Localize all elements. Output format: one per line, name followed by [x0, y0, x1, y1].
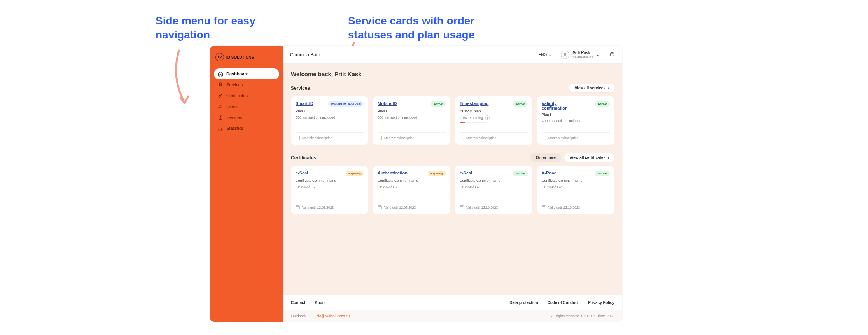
certificate-validity: Valid until 12.10.2023 — [548, 206, 580, 209]
calendar-icon — [542, 205, 546, 209]
certificate-title-link[interactable]: e-Seal — [460, 171, 472, 175]
app-window: SK ID SOLUTIONS DashboardServicesCertifi… — [210, 46, 622, 322]
certificate-id: ID: 2345/9678 — [296, 185, 364, 189]
user-menu[interactable]: Priit Kask Representative ⌄ — [558, 49, 603, 61]
certificate-title-link[interactable]: Authentication — [378, 171, 408, 175]
language-label: ENG — [539, 52, 547, 57]
certificate-title-link[interactable]: X-Road — [542, 171, 557, 175]
order-here-button[interactable]: Order here — [530, 153, 561, 162]
sidebar-item-label: Invoices — [226, 115, 242, 120]
certificate-id: ID: 2345/9678 — [460, 185, 528, 189]
certificate-common-name: Certificate Common name — [296, 179, 364, 183]
topbar: Common Bank ENG ⌄ Priit Kask Representat… — [283, 46, 622, 64]
progress-bar — [460, 122, 487, 123]
footer-conduct-link[interactable]: Code of Conduct — [548, 300, 579, 305]
sidebar-item-services[interactable]: Services — [214, 79, 279, 90]
certificate-common-name: Certificate Common name — [542, 179, 610, 183]
status-badge: Active — [431, 101, 446, 107]
user-name: Priit Kask — [572, 51, 593, 55]
sidebar-item-certificates[interactable]: Certificates — [214, 90, 279, 101]
calendar-icon — [460, 136, 464, 140]
footer-contact-link[interactable]: Contact — [291, 300, 305, 305]
feedback-email-link[interactable]: info@skidsolutions.eu — [316, 314, 350, 318]
certificates-section-head: Certificates Order here View all certifi… — [291, 153, 614, 162]
footer: Contact About Data protection Code of Co… — [283, 295, 622, 322]
org-name: Common Bank — [290, 52, 321, 58]
service-cards: Smart-IDWaiting for approvalPlan I550 tr… — [291, 96, 614, 145]
sidebar-item-invoices[interactable]: Invoices — [214, 112, 279, 123]
status-badge: Active — [595, 171, 610, 176]
certificate-validity: Valid until 12.05.2023 — [384, 206, 416, 209]
feedback-label: Feedback — [291, 314, 306, 318]
view-all-certificates-button[interactable]: View all certificates › — [564, 153, 614, 162]
status-badge: Waiting for approval — [328, 101, 364, 107]
layers-icon — [218, 82, 223, 87]
service-plan: Plan I — [378, 109, 446, 113]
chevron-right-icon: › — [608, 156, 609, 160]
content-area: Welcome back, Priit Kask Services View a… — [283, 64, 622, 295]
certificates-title: Certificates — [291, 155, 316, 161]
service-card: Smart-IDWaiting for approvalPlan I550 tr… — [291, 96, 368, 145]
certificate-id: ID: 2345/9678 — [378, 185, 446, 189]
status-badge: Active — [595, 101, 610, 107]
service-plan: Plan I — [296, 109, 364, 113]
sidebar-item-dashboard[interactable]: Dashboard — [214, 68, 279, 79]
certificate-card: e-SealActiveCertificate Common nameID: 2… — [455, 166, 532, 214]
status-badge: Active — [513, 171, 528, 176]
invoice-icon — [218, 115, 223, 120]
service-card: TimestampingActiveCustom plan20% remaini… — [455, 96, 532, 145]
cart-icon[interactable] — [609, 52, 615, 58]
avatar-icon — [561, 51, 569, 59]
service-detail: 550 transactions included — [296, 115, 364, 119]
footer-privacy-link[interactable]: Privacy Policy — [588, 300, 614, 305]
certificate-card: e-SealExpiringCertificate Common nameID:… — [291, 166, 368, 214]
copyright-text: All rights reserved. SK ID Solutions 202… — [551, 314, 614, 318]
svg-point-4 — [564, 53, 566, 55]
welcome-heading: Welcome back, Priit Kask — [291, 71, 614, 77]
service-title-link[interactable]: Timestamping — [460, 101, 488, 106]
sidebar-item-label: Statistics — [226, 126, 243, 131]
footer-about-link[interactable]: About — [315, 300, 326, 305]
service-plan: Plan I — [542, 113, 610, 117]
service-title-link[interactable]: Smart-ID — [296, 101, 313, 106]
svg-point-1 — [219, 105, 221, 106]
brand-logo: SK ID SOLUTIONS — [214, 51, 279, 67]
service-detail: 400 transactions included — [542, 119, 610, 123]
service-card: Mobile-IDActivePlan I300 transactions in… — [373, 96, 450, 145]
language-selector[interactable]: ENG ⌄ — [539, 52, 552, 57]
footer-data-protection-link[interactable]: Data protection — [509, 300, 538, 305]
certificate-card: X-RoadActiveCertificate Common nameID: 2… — [537, 166, 614, 214]
brand-mark: SK — [215, 53, 224, 61]
sidebar-item-label: Users — [226, 104, 238, 109]
certificate-card: AuthenticationExpiringCertificate Common… — [373, 166, 450, 214]
user-role: Representative — [572, 55, 593, 59]
sidebar-item-users[interactable]: Users — [214, 101, 279, 112]
chevron-right-icon: › — [608, 86, 609, 90]
status-badge: Active — [513, 101, 528, 107]
certificate-title-link[interactable]: e-Seal — [296, 171, 308, 175]
main-panel: Common Bank ENG ⌄ Priit Kask Representat… — [283, 46, 622, 322]
service-footer: Monthly subscription — [466, 136, 496, 140]
service-plan: Custom plan — [460, 109, 528, 113]
svg-point-0 — [219, 95, 220, 97]
service-footer: Monthly subscription — [384, 136, 414, 140]
calendar-icon — [296, 136, 300, 140]
key-icon — [218, 93, 223, 98]
service-title-link[interactable]: Validity confirmation — [542, 101, 577, 110]
services-section-head: Services View all services › — [291, 84, 614, 92]
certificate-common-name: Certificate Common name — [460, 179, 528, 183]
certificate-common-name: Certificate Common name — [378, 179, 446, 183]
service-card: Validity confirmationActivePlan I400 tra… — [537, 96, 614, 145]
chart-icon — [218, 126, 223, 131]
calendar-icon — [542, 136, 546, 140]
sidebar-item-statistics[interactable]: Statistics — [214, 123, 279, 134]
info-icon[interactable]: i — [485, 115, 490, 120]
home-icon — [218, 71, 223, 77]
calendar-icon — [378, 136, 382, 140]
sidebar: SK ID SOLUTIONS DashboardServicesCertifi… — [210, 46, 283, 322]
view-all-services-button[interactable]: View all services › — [569, 84, 614, 92]
calendar-icon — [460, 205, 464, 209]
users-icon — [218, 104, 223, 109]
chevron-down-icon: ⌄ — [548, 53, 551, 57]
service-title-link[interactable]: Mobile-ID — [378, 101, 397, 106]
